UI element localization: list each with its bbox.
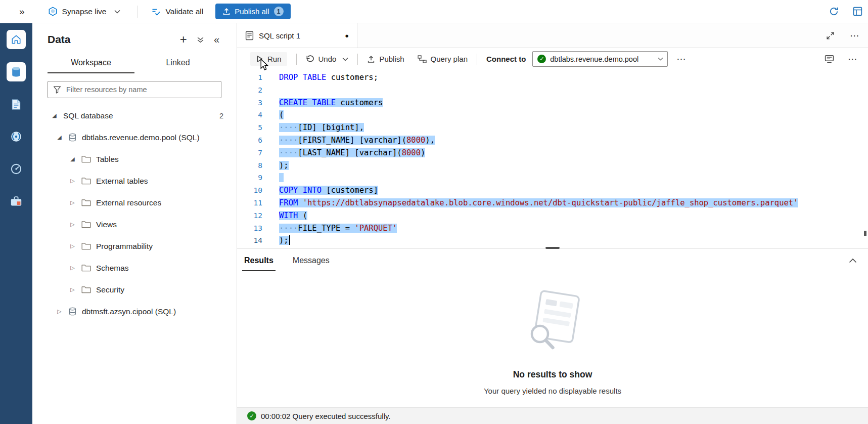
code-line-13[interactable]: 13····FILE_TYPE = 'PARQUET' [237,222,868,235]
tree-item-sql-database[interactable]: ◢SQL database2 [32,105,237,126]
tab-workspace[interactable]: Workspace [48,54,134,73]
table-properties-icon[interactable] [852,6,863,17]
tree-item-views[interactable]: ▷Views [32,214,237,235]
collapse-panel-icon[interactable]: « [214,34,219,45]
nav-item-data[interactable] [0,56,32,88]
collapse-all-icon[interactable] [197,36,204,44]
document-icon [7,95,26,114]
collapsed-triangle-icon[interactable]: ▷ [69,286,76,293]
nav-expand-icon[interactable]: » [19,7,25,16]
tree-item-tables[interactable]: ◢Tables [32,148,237,170]
line-number: 10 [237,184,262,197]
add-resource-button[interactable]: + [180,33,187,46]
code-line-9[interactable]: 9 [237,172,868,184]
line-number: 14 [237,234,262,247]
overview-ruler-marker [864,231,866,236]
code-line-8[interactable]: 8); [237,159,868,172]
tab-results[interactable]: Results [242,250,276,271]
panel-resize-handle[interactable] [545,247,560,249]
publish-up-icon [367,55,375,63]
expanded-triangle-icon[interactable]: ◢ [56,134,63,141]
divider [296,54,297,65]
tab-messages[interactable]: Messages [291,250,332,271]
code-line-10[interactable]: 10COPY INTO [customers] [237,184,868,197]
collapsed-triangle-icon[interactable]: ▷ [69,221,76,228]
nav-item-monitor[interactable] [0,153,32,185]
collapsed-triangle-icon[interactable]: ▷ [56,308,63,315]
toolbox-icon [7,192,26,211]
home-icon [7,30,26,49]
filter-funnel-icon [53,86,61,94]
tree-item-external-resources[interactable]: ▷External resources [32,192,237,214]
folder-icon [81,155,91,163]
sql-code-editor[interactable]: 1DROP TABLE customers;23CREATE TABLE cus… [237,70,868,248]
upload-icon [222,8,231,16]
tab-linked[interactable]: Linked [134,54,221,73]
line-number: 12 [237,209,262,222]
panel-title: Data [48,33,71,46]
expand-editor-icon[interactable] [826,31,835,40]
publish-label: Publish [379,55,404,63]
folder-icon [81,199,91,206]
query-status-text: 00:00:02 Query executed successfully. [261,412,391,420]
query-plan-button[interactable]: Query plan [418,55,468,63]
run-button[interactable]: Run [250,52,287,66]
tree-item-dbtmsft-azsyn-cipool-sql[interactable]: ▷dbtmsft.azsyn.cipool (SQL) [32,301,237,322]
nav-item-manage[interactable] [0,185,32,218]
collapsed-triangle-icon[interactable]: ▷ [69,243,76,249]
tree-item-programmability[interactable]: ▷Programmability [32,235,237,257]
tree-item-dbtlabs-revenue-demo-pool-sql[interactable]: ◢dbtlabs.revenue.demo.pool (SQL) [32,126,237,148]
code-line-5[interactable]: 5····[ID] [bigint], [237,121,868,134]
code-line-11[interactable]: 11FROM 'https://dbtlabsynapsedatalake.bl… [237,197,868,209]
folder-icon [81,286,91,293]
collapsed-triangle-icon[interactable]: ▷ [69,265,76,271]
code-line-7[interactable]: 7····[LAST_NAME] [varchar](8000) [237,147,868,159]
nav-item-home[interactable] [0,23,32,56]
validate-all-button[interactable]: Validate all [151,7,203,16]
tree-item-schemas[interactable]: ▷Schemas [32,257,237,279]
code-line-14[interactable]: 14); [237,234,868,247]
chevron-down-icon [658,57,663,61]
expanded-triangle-icon[interactable]: ◢ [51,112,58,119]
pool-icon [68,307,77,316]
nav-item-integrate[interactable] [0,120,32,153]
query-status-bar: ✓ 00:00:02 Query executed successfully. [237,407,868,424]
collapse-results-icon[interactable] [849,258,857,263]
code-line-1[interactable]: 1DROP TABLE customers; [237,71,868,84]
mode-selector[interactable]: Synapse live [48,7,121,16]
filter-resources-input[interactable] [48,81,221,98]
tree-item-label: dbtmsft.azsyn.cipool (SQL) [82,307,176,316]
code-line-4[interactable]: 4( [237,109,868,121]
expanded-triangle-icon[interactable]: ◢ [69,156,76,162]
line-number: 7 [237,147,262,159]
code-line-6[interactable]: 6····[FIRST_NAME] [varchar](8000), [237,134,868,147]
tree-item-count: 2 [219,112,223,120]
editor-more-icon[interactable]: ⋯ [848,54,858,64]
publish-button[interactable]: Publish [367,55,404,63]
code-line-3[interactable]: 3CREATE TABLE customers [237,97,868,109]
toolbar-more-icon[interactable]: ⋯ [676,54,687,64]
data-panel-tabs: Workspace Linked [48,54,221,73]
undo-button[interactable]: Undo [306,55,337,63]
divider [357,54,358,65]
pool-select-dropdown[interactable]: ✓ dbtlabs.revenue.demo.pool [532,51,668,67]
publish-all-button[interactable]: Publish all 1 [215,4,290,19]
tree-item-external-tables[interactable]: ▷External tables [32,170,237,192]
undo-dropdown-icon[interactable] [342,57,348,61]
tab-sql-script-1[interactable]: SQL script 1 ● [237,23,357,48]
code-line-2[interactable]: 2 [237,84,868,97]
collapsed-triangle-icon[interactable]: ▷ [69,199,76,206]
resource-tree: ◢SQL database2◢dbtlabs.revenue.demo.pool… [32,105,237,322]
tree-item-security[interactable]: ▷Security [32,279,237,301]
collapsed-triangle-icon[interactable]: ▷ [69,178,76,184]
tab-more-icon[interactable]: ⋯ [850,31,860,40]
folder-icon [81,177,91,185]
code-line-12[interactable]: 12WITH ( [237,209,868,222]
nav-item-develop[interactable] [0,88,32,120]
results-tab-bar: Results Messages [237,248,868,273]
line-number: 4 [237,109,262,121]
validate-all-label: Validate all [165,7,203,16]
properties-icon[interactable] [825,55,834,63]
empty-results-subtitle: Your query yielded no displayable result… [237,387,868,395]
refresh-icon[interactable] [829,6,839,17]
